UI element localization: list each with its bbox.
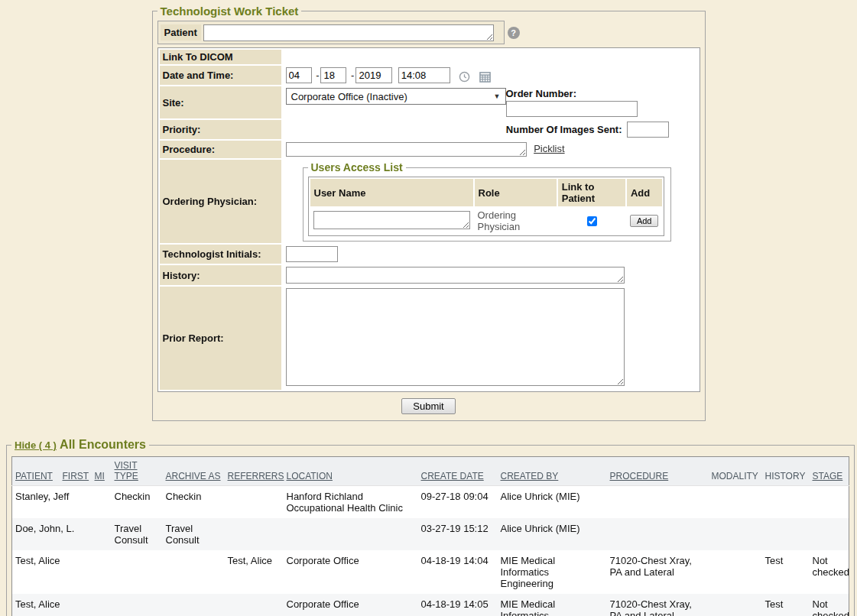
col-header-visit-type[interactable]: Visit Type [112,457,163,486]
col-header-procedure[interactable]: Procedure [607,457,709,486]
calendar-icon[interactable] [479,70,491,83]
images-sent-input[interactable] [627,122,669,138]
cell-referrers [225,486,284,519]
cell-modality [709,550,762,594]
users-access-list-panel: Users Access List User Name Role Link to… [303,161,671,242]
link-to-patient-checkbox[interactable] [587,216,597,226]
procedure-label: Procedure: [160,141,281,158]
priority-label: Priority: [160,120,281,139]
date-month-input[interactable] [286,67,312,83]
cell-location: Hanford Richland Occupational Health Cli… [284,486,418,519]
link-to-dicom-label: Link To DICOM [160,50,281,64]
role-value: Ordering Physician [475,208,557,234]
cell-referrers [225,518,284,550]
date-day-input[interactable] [320,67,346,83]
prior-report-input[interactable] [286,288,625,386]
cell-created-by: MIE Medical Informatics Engineering [498,594,607,616]
clock-icon[interactable] [459,70,470,83]
cell-modality [709,594,762,616]
cell-created-by: Alice Uhrick (MIE) [498,486,607,519]
cell-created-by: Alice Uhrick (MIE) [498,518,607,550]
history-input[interactable] [286,267,625,284]
cell-create-date: 04-18-19 14:04 [418,550,498,594]
cell-archive-as [163,550,225,594]
table-row[interactable]: Doe, John, L. Travel Consult Travel Cons… [12,518,849,550]
cell-patient: Test, Alice [12,550,60,594]
cell-procedure [607,518,709,550]
cell-history [762,486,810,519]
site-select[interactable]: Corporate Office (Inactive) ▼ [286,88,506,105]
encounters-table: Patient First MI Visit Type Archive As R… [11,456,849,616]
col-header-location[interactable]: Location [284,457,418,486]
patient-input[interactable] [203,24,494,41]
submit-button[interactable]: Submit [401,398,455,414]
work-ticket-form-table: Link To DICOM Date and Time: - - [157,47,700,392]
technologist-initials-input[interactable] [286,246,338,262]
user-name-input[interactable] [313,211,470,229]
cell-create-date: 09-27-18 09:04 [418,486,498,519]
col-header-created-by[interactable]: Created By [498,457,607,486]
cell-created-by: MIE Medical Informatics Engineering [498,550,607,594]
ual-header-add: Add [627,179,662,206]
cell-mi [92,594,112,616]
cell-first [60,594,92,616]
cell-modality [709,518,762,550]
cell-stage [810,518,849,550]
cell-create-date: 04-18-19 14:05 [418,594,498,616]
col-header-mi[interactable]: MI [92,457,112,486]
cell-history: Test [762,594,810,616]
patient-row: Patient [157,21,505,44]
procedure-input[interactable] [286,142,527,157]
encounters-title: All Encounters [60,438,146,451]
col-header-first[interactable]: First [60,457,92,486]
ual-header-link-to-patient: Link to Patient [558,179,625,206]
table-row[interactable]: Test, Alice Test, Alice Corporate Office… [12,550,849,594]
users-access-list-title: Users Access List [308,161,406,173]
site-label: Site: [160,86,281,118]
picklist-link[interactable]: Picklist [534,143,564,154]
cell-visit-type: Travel Consult [112,518,163,550]
date-time-label: Date and Time: [160,66,281,85]
cell-procedure [607,486,709,519]
col-header-referrers[interactable]: Referrers [225,457,284,486]
add-user-button[interactable]: Add [630,215,659,227]
table-row[interactable]: Test, Alice Corporate Office 04-18-19 14… [12,594,849,616]
cell-procedure: 71020-Chest Xray, PA and Lateral [607,550,709,594]
cell-visit-type: Checkin [112,486,163,519]
cell-stage [810,486,849,519]
hide-encounters-link[interactable]: Hide ( 4 ) [15,439,57,451]
col-header-archive-as[interactable]: Archive As [163,457,225,486]
date-separator: - [316,70,319,81]
table-row[interactable]: Stanley, Jeff Checkin Checkin Hanford Ri… [12,486,849,519]
cell-modality [709,486,762,519]
col-header-patient[interactable]: Patient [12,457,60,486]
cell-stage: Not checked [810,594,849,616]
cell-archive-as [163,594,225,616]
cell-patient: Doe, John, L. [12,518,60,550]
cell-referrers [225,594,284,616]
cell-patient: Stanley, Jeff [12,486,60,519]
ordering-physician-label: Ordering Physician: [160,160,281,243]
cell-visit-type [112,594,163,616]
col-header-modality: Modality [709,457,762,486]
cell-mi [92,550,112,594]
prior-report-label: Prior Report: [160,287,281,390]
cell-location: Corporate Office [284,550,418,594]
col-header-create-date[interactable]: Create Date [418,457,498,486]
ual-header-role: Role [475,179,557,206]
cell-mi [92,518,112,550]
work-ticket-panel: Technologist Work Ticket Patient ? Link … [152,5,706,421]
cell-history: Test [762,550,810,594]
time-input[interactable] [398,67,450,83]
date-year-input[interactable] [355,67,392,83]
images-sent-label: Number Of Images Sent: [506,124,622,135]
chevron-down-icon: ▼ [494,92,501,100]
order-number-input[interactable] [506,101,638,117]
cell-location [284,518,418,550]
col-header-history: History [762,457,810,486]
cell-archive-as: Checkin [163,486,225,519]
help-icon[interactable]: ? [508,27,520,39]
encounters-header-row: Patient First MI Visit Type Archive As R… [12,457,849,486]
cell-procedure: 71020-Chest Xray, PA and Lateral [607,594,709,616]
col-header-stage[interactable]: Stage [810,457,849,486]
